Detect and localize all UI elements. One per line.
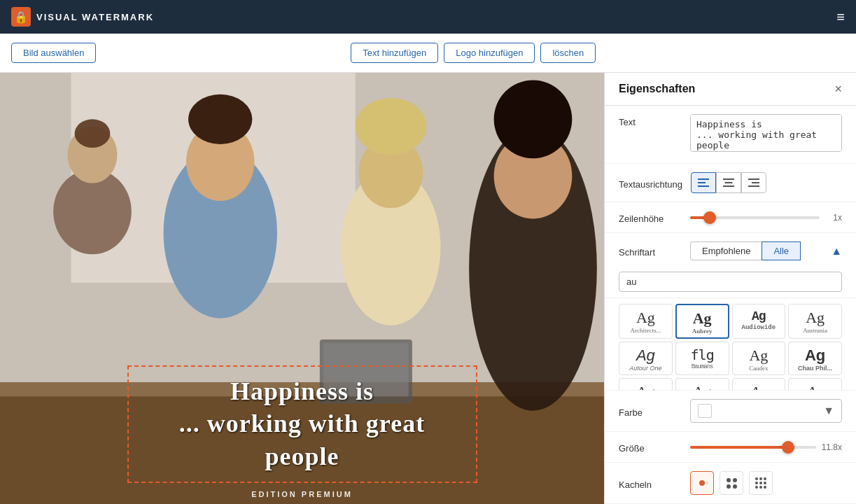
add-logo-button[interactable]: Logo hinzufügen	[444, 43, 535, 63]
align-left-icon	[698, 178, 709, 187]
svg-point-14	[356, 98, 427, 155]
font-search-container	[605, 269, 856, 298]
tile-option-buttons	[690, 471, 842, 495]
canvas-edition-label: EDITION PREMIUM	[251, 490, 353, 498]
tile-grid3-button[interactable]	[749, 471, 773, 495]
add-text-button[interactable]: Text hinzufügen	[351, 43, 438, 63]
line-height-value: 1x	[825, 213, 842, 223]
font-preview-audiowide: Ag	[736, 310, 783, 323]
font-preview-baumans: flg	[679, 348, 726, 362]
align-center-button[interactable]	[716, 172, 741, 193]
font-name-chau: Chau Phil...	[792, 365, 839, 372]
tile-options-container	[690, 471, 842, 495]
align-center-icon	[723, 178, 734, 187]
font-item-aubrey[interactable]: Ag Aubrey	[675, 304, 729, 339]
alignment-buttons	[691, 172, 842, 193]
font-preview-autour: Ag	[622, 348, 669, 363]
font-tab-all[interactable]: Alle	[762, 241, 801, 260]
text-row: Text Happiness is ... working with great…	[605, 106, 856, 164]
app-logo-icon: 🔒	[11, 7, 31, 27]
svg-point-8	[75, 119, 111, 148]
align-left-button[interactable]	[691, 172, 716, 193]
properties-panel: Eigenschaften × Text Happiness is ... wo…	[604, 73, 856, 504]
svg-rect-26	[748, 178, 759, 180]
main-layout: Happiness is ... working with great peop…	[0, 73, 856, 504]
svg-point-11	[188, 94, 252, 144]
tile-single-icon	[699, 480, 705, 486]
tile-grid2-icon	[727, 478, 737, 489]
font-name-autour: Autour One	[622, 365, 669, 372]
color-swatch	[698, 404, 712, 418]
font-name-audiowide: Audiowide	[736, 324, 783, 331]
size-thumb[interactable]	[782, 441, 794, 454]
font-name-caudex: Caudex	[736, 365, 783, 372]
font-item-baumans[interactable]: flg Baumans	[675, 342, 729, 375]
font-name-architects: Architects...	[622, 327, 669, 334]
alignment-row: Textausrichtung	[605, 164, 856, 202]
font-preview-austrania: Ag	[792, 310, 839, 326]
font-name-austrania: Austrania	[792, 327, 839, 334]
font-item-austrania[interactable]: Ag Austrania	[788, 304, 842, 339]
font-preview-architects: Ag	[622, 310, 669, 326]
svg-point-17	[494, 80, 573, 159]
font-search-input[interactable]	[619, 272, 842, 292]
font-item-audiowide[interactable]: Ag Audiowide	[732, 304, 786, 339]
font-preview-kaushan: Ag	[736, 384, 783, 391]
line-height-thumb[interactable]	[703, 211, 716, 224]
delete-button[interactable]: löschen	[540, 43, 596, 63]
tile-grid2-button[interactable]	[720, 471, 743, 495]
text-input-container: Happiness is ... working with great peop…	[690, 114, 842, 155]
font-grid: Ag Architects... Ag Aubrey Ag Audiowide …	[605, 298, 856, 391]
tile-grid3-icon	[755, 477, 766, 489]
font-item-kaushan[interactable]: Ag Kaushan S...	[732, 378, 786, 391]
color-row: Farbe ▼	[605, 391, 856, 432]
font-preview-labelle: Ag	[792, 384, 839, 391]
size-value: 11.8x	[822, 442, 842, 452]
size-row: Größe 11.8x	[605, 432, 856, 463]
line-height-slider-container: 1x	[690, 213, 842, 223]
font-expand-icon[interactable]: ▲	[831, 245, 842, 258]
align-right-icon	[748, 178, 759, 187]
font-item-autour-one[interactable]: Ag Autour One	[619, 342, 673, 375]
font-item-faustina[interactable]: Ag Faustina	[675, 378, 729, 391]
font-preview-fauna: Ag	[622, 384, 669, 391]
toolbar: Bild auswählen Text hinzufügen Logo hinz…	[0, 34, 856, 73]
size-slider[interactable]	[690, 446, 816, 449]
font-tabs-container: Empfohlene Alle ▲	[690, 241, 842, 260]
font-preview-faustina: Ag	[679, 384, 726, 391]
menu-button[interactable]: ≡	[836, 9, 845, 25]
line-height-slider[interactable]	[690, 216, 820, 219]
font-item-caudex[interactable]: Ag Caudex	[732, 342, 786, 375]
size-fill	[690, 446, 788, 449]
header: 🔒 VISUAL WATERMARK ≡	[0, 0, 856, 34]
size-slider-container: 11.8x	[690, 442, 842, 452]
svg-rect-25	[723, 186, 734, 187]
alignment-label: Textausrichtung	[619, 176, 682, 190]
font-name-baumans: Baumans	[679, 363, 726, 370]
line-height-row: Zeilenhöhe 1x	[605, 202, 856, 233]
canvas-watermark-box[interactable]: Happiness is ... working with great peop…	[127, 365, 477, 483]
svg-rect-24	[725, 182, 733, 183]
font-item-fauna-one[interactable]: Ag Fauna One	[619, 378, 673, 391]
tile-label: Kacheln	[619, 477, 682, 490]
tile-single-button[interactable]	[690, 471, 714, 495]
font-tab-recommended[interactable]: Empfohlene	[690, 241, 762, 260]
font-item-labelle[interactable]: Ag La Belle A...	[788, 378, 842, 391]
panel-close-button[interactable]: ×	[834, 83, 842, 95]
tile-row: Kacheln	[605, 463, 856, 504]
alignment-buttons-container	[691, 172, 842, 193]
font-item-architects[interactable]: Ag Architects...	[619, 304, 673, 339]
color-dropdown[interactable]: ▼	[690, 399, 842, 423]
svg-rect-22	[698, 186, 709, 187]
svg-rect-20	[698, 178, 709, 180]
color-dropdown-arrow-icon: ▼	[823, 405, 834, 417]
font-label: Schriftart	[619, 244, 682, 258]
text-input[interactable]: Happiness is ... working with great peop…	[690, 114, 842, 152]
canvas-area[interactable]: Happiness is ... working with great peop…	[0, 73, 604, 504]
svg-rect-28	[748, 186, 759, 187]
svg-text:🔒: 🔒	[14, 10, 28, 24]
select-image-button[interactable]: Bild auswählen	[11, 43, 96, 63]
app-title: VISUAL WATERMARK	[36, 12, 154, 22]
align-right-button[interactable]	[741, 172, 766, 193]
font-item-chau[interactable]: Ag Chau Phil...	[788, 342, 842, 375]
